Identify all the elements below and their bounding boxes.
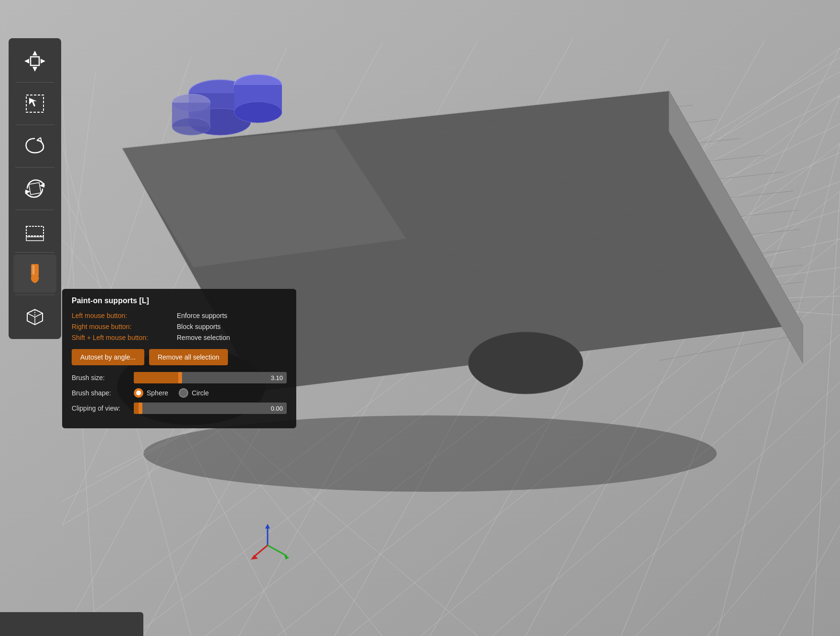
divider-2 — [15, 125, 54, 125]
bottom-bar — [0, 612, 143, 636]
svg-point-82 — [172, 118, 210, 135]
remove-all-button[interactable]: Remove all selection — [149, 349, 228, 365]
svg-marker-85 — [32, 67, 37, 72]
autoset-button[interactable]: Autoset by angle... — [72, 349, 144, 365]
tool-select[interactable] — [13, 85, 56, 123]
brush-size-slider[interactable]: 3.10 — [134, 372, 287, 383]
svg-point-72 — [468, 332, 583, 394]
brush-size-thumb[interactable] — [178, 372, 182, 383]
shortcut-row-shift: Shift + Left mouse button: Remove select… — [72, 334, 287, 341]
svg-rect-88 — [31, 57, 39, 65]
tool-lasso[interactable] — [13, 127, 56, 165]
shortcut-action-lmb: Enforce supports — [177, 312, 227, 319]
svg-line-105 — [253, 545, 268, 557]
svg-line-100 — [35, 313, 43, 317]
brush-size-fill — [134, 372, 181, 383]
brush-size-label: Brush size: — [72, 374, 134, 382]
shortcut-key-rmb: Right mouse button: — [72, 323, 177, 330]
tool-paint-supports[interactable] — [13, 254, 56, 293]
sphere-label: Sphere — [147, 389, 168, 397]
clipping-row: Clipping of view: 0.00 — [72, 403, 287, 414]
divider-4 — [15, 210, 54, 210]
svg-rect-95 — [26, 237, 43, 241]
shortcut-action-rmb: Block supports — [177, 323, 221, 330]
shortcut-key-lmb: Left mouse button: — [72, 312, 177, 319]
brush-shape-row: Brush shape: Sphere Circle — [72, 388, 287, 398]
svg-rect-89 — [26, 95, 43, 112]
svg-line-107 — [268, 545, 287, 556]
shortcut-row-rmb: Right mouse button: Block supports — [72, 323, 287, 330]
brush-shape-label: Brush shape: — [72, 389, 134, 397]
svg-rect-93 — [29, 182, 41, 194]
svg-marker-92 — [25, 190, 30, 194]
circle-label: Circle — [192, 389, 209, 397]
clipping-label: Clipping of view: — [72, 404, 134, 412]
clipping-thumb[interactable] — [139, 403, 142, 414]
clipping-value: 0.00 — [271, 405, 283, 412]
shortcut-key-shift: Shift + Left mouse button: — [72, 334, 177, 341]
clipping-slider[interactable]: 0.00 — [134, 403, 287, 414]
toolbar — [9, 38, 61, 339]
tool-navigate[interactable] — [13, 42, 56, 80]
svg-point-79 — [234, 102, 282, 123]
divider-6 — [15, 295, 54, 295]
svg-marker-87 — [41, 59, 45, 64]
svg-rect-94 — [26, 226, 43, 236]
sphere-radio[interactable] — [134, 388, 143, 398]
brush-size-row: Brush size: 3.10 — [72, 372, 287, 383]
svg-marker-90 — [29, 98, 37, 106]
brush-shape-circle[interactable]: Circle — [179, 388, 209, 398]
svg-rect-96 — [31, 264, 39, 276]
svg-marker-84 — [32, 51, 37, 55]
svg-line-99 — [27, 313, 35, 317]
svg-marker-108 — [284, 554, 289, 560]
svg-marker-91 — [40, 183, 44, 188]
brush-size-value: 3.10 — [271, 374, 283, 382]
divider-3 — [15, 167, 54, 168]
tool-cube-view[interactable] — [13, 297, 56, 335]
svg-marker-106 — [251, 555, 258, 560]
divider-1 — [15, 82, 54, 83]
svg-marker-86 — [24, 59, 29, 64]
panel-title: Paint-on supports [L] — [72, 297, 287, 305]
circle-radio[interactable] — [179, 388, 188, 398]
shortcut-row-lmb: Left mouse button: Enforce supports — [72, 312, 287, 319]
tool-rect-select[interactable] — [13, 212, 56, 250]
brush-shape-sphere[interactable]: Sphere — [134, 388, 168, 398]
paint-supports-panel: Paint-on supports [L] Left mouse button:… — [62, 289, 296, 428]
panel-action-buttons: Autoset by angle... Remove all selection — [72, 349, 287, 365]
svg-rect-97 — [32, 265, 34, 275]
divider-5 — [15, 252, 54, 253]
sphere-radio-inner — [136, 391, 141, 395]
axis-gizmo — [244, 521, 291, 569]
tool-rotate[interactable] — [13, 170, 56, 208]
svg-marker-104 — [265, 524, 270, 529]
shortcut-action-shift: Remove selection — [177, 334, 230, 341]
